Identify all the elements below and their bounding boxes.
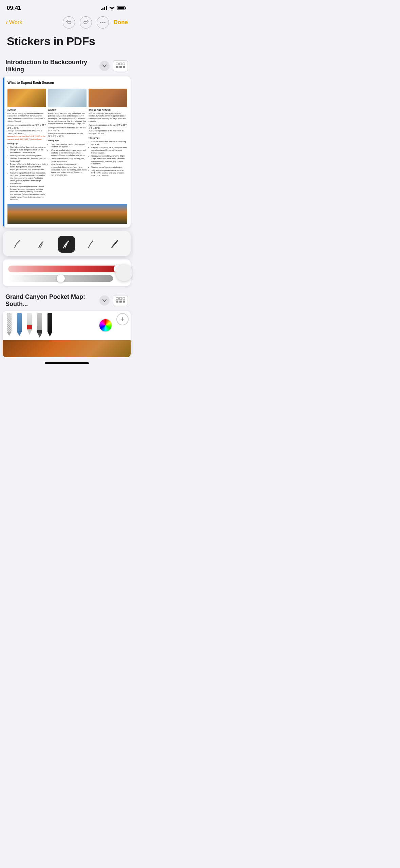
status-time: 09:41 [7,5,21,12]
sticker-pen-4-icon [85,238,97,250]
nav-bar: ‹ Work Done [0,14,133,32]
tool-fountain-pen[interactable] [37,313,42,338]
section1-grid-button[interactable] [113,60,128,71]
tool-marker-black[interactable] [47,313,52,338]
marker-tip [47,332,52,337]
summer-label: SUMMER [7,109,46,112]
color-hue-slider[interactable] [8,266,125,272]
back-button[interactable]: ‹ Work [5,19,22,26]
svg-rect-16 [119,301,122,303]
section2-collapse-button[interactable] [99,295,110,306]
winter-label: WINTER [48,109,87,112]
spring-tips-section: Hiking Tips If the weather is hot, follo… [89,137,127,177]
page-title-area: Stickers in PDFs [0,32,133,55]
spring-label: SPRING AND AUTUMN [89,109,127,112]
nav-actions: Done [63,16,128,29]
winter-tip-3: Eat warm foods often, such as soup, tea,… [51,158,87,163]
pdf-col-spring: SPRING AND AUTUMN Plan for short days wi… [89,89,127,202]
winter-tips-section: Hiking Tips Carry over-the-shoe traction… [48,139,87,177]
summer-tips-section: Hiking Tips Start hiking before dawn, in… [7,142,46,201]
pencil-hatch-body [7,313,12,332]
tool-pencil-blue[interactable] [17,313,22,338]
tool-pen-red[interactable] [27,313,32,338]
svg-rect-14 [123,297,125,300]
undo-icon [66,20,72,25]
back-label: Work [9,19,22,26]
winter-tip-4: Know the signs of hypothermia: uncontrol… [51,163,87,176]
summer-temps: Average temperatures at the top: 48°F to… [7,124,46,141]
sticker-2[interactable] [34,236,51,253]
winter-tips-label: Hiking Tips [48,139,87,142]
summer-tip-2: Wear light-colored, loose-fitting cotton… [10,155,46,162]
summer-tip-1: Start hiking before dawn, in the evening… [10,146,46,154]
color-slider-row [3,263,131,275]
marker-body [47,313,52,332]
color-wheel-button[interactable] [99,319,112,332]
redo-button[interactable] [80,16,92,29]
sticker-pen-5-icon [109,238,121,250]
sticker-1[interactable] [10,236,27,253]
sticker-picker [3,231,131,256]
spring-tips-label: Hiking Tips [89,137,127,139]
sticker-3-selected[interactable] [58,236,75,253]
summer-tip-5: Know the signs of hyponatremia, caused b… [10,185,46,201]
undo-button[interactable] [63,16,75,29]
spring-image [89,89,127,107]
sticker-pen-2-icon [36,238,49,250]
pdf-col-summer: SUMMER Plan for hot, mostly dry weather … [7,89,46,202]
pdf-card-2: + [3,311,131,357]
redo-icon [83,20,89,25]
value-slider[interactable] [8,275,113,282]
spring-tip-3: Check water availability along the Brigh… [91,155,127,165]
section2-grid-button[interactable] [113,295,128,306]
svg-rect-17 [123,301,125,303]
winter-tip-2: Wear a warm hat, gloves, wool socks, and… [51,149,87,157]
svg-point-3 [100,22,101,23]
scroll-handle[interactable] [116,264,133,281]
signal-icon [101,6,107,10]
summer-tips-label: Hiking Tips [7,142,46,145]
summer-image [7,89,46,107]
section2-tool-row: + [3,311,131,338]
winter-image [48,89,87,107]
summer-tips-list: Start hiking before dawn, in the evening… [7,146,46,201]
color-controls-panel: 50 [3,259,131,286]
svg-point-5 [104,22,106,23]
tool-pencil-hatch[interactable] [7,313,12,338]
pdf-page-1: What to Expect Each Season SUMMER Plan f… [3,76,131,228]
svg-rect-7 [119,63,122,65]
summer-tip-3: Beware of lightning, falling rocks, and … [10,163,46,171]
value-slider-row: 50 [3,275,131,284]
more-button[interactable] [97,16,109,29]
winter-temps: Average temperatures at the top: 19°F to… [48,126,87,138]
svg-rect-13 [119,297,122,300]
status-icons [101,6,127,11]
sticker-5[interactable] [107,236,123,253]
value-slider-thumb[interactable] [57,274,65,283]
spring-intro: Plan for short days with highly variable… [89,112,127,123]
add-tool-button[interactable]: + [116,313,129,325]
fountain-band [37,330,42,333]
pencil-blue-tip [17,332,22,336]
winter-tips-list: Carry over-the-shoe traction devices and… [48,143,87,177]
winter-intro: Plan for short days and long, cold night… [48,112,87,125]
section1-title: Introduction to Backcountry Hiking [5,59,99,73]
spring-tip-1: If the weather is hot, follow summer hik… [91,141,127,146]
sticker-4[interactable] [82,236,99,253]
chevron-down-icon-2 [102,299,107,302]
grid-icon-2 [116,297,125,304]
home-bar [45,362,89,364]
sticker-pen-1-icon [12,238,24,250]
section2-preview-image [3,340,131,357]
section2-title: Grand Canyon Pocket Map: South... [5,293,99,308]
done-button[interactable]: Done [114,19,128,26]
svg-rect-11 [123,66,125,68]
pencil-hatch-tip [7,332,12,336]
pdf-page-title: What to Expect Each Season [7,80,127,85]
section1-collapse-button[interactable] [99,61,110,71]
spring-tips-list: If the weather is hot, follow summer hik… [89,141,127,177]
spring-temps: Average temperatures at the top: 32°F to… [89,124,127,135]
status-bar: 09:41 [0,0,133,14]
summer-temp-red: temperatures can feel like 140°F (60°C) … [7,135,45,140]
page-title: Stickers in PDFs [7,35,127,48]
